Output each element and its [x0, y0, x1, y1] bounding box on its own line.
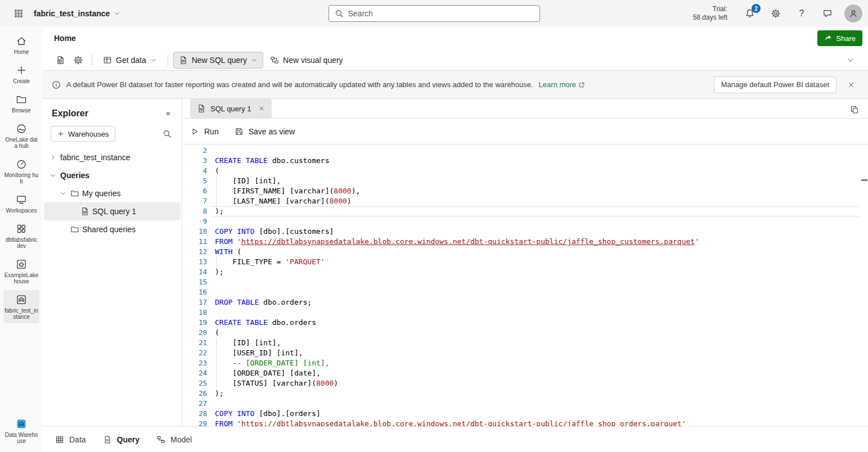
- rail-item-examplelakehouse[interactable]: ExampleLakehouse: [3, 255, 39, 288]
- line-text[interactable]: );: [207, 388, 868, 399]
- search-input[interactable]: [348, 9, 534, 18]
- feedback-button[interactable]: [818, 4, 836, 22]
- code-line: 15: [182, 277, 868, 287]
- chevron-down-icon[interactable]: [48, 172, 57, 179]
- rail-item-monitoring-hub[interactable]: Monitoring hub: [3, 155, 39, 188]
- workspaces-icon: [16, 194, 27, 205]
- collapse-panel-button[interactable]: «: [161, 107, 175, 120]
- line-text[interactable]: DROP TABLE dbo.orders;: [207, 297, 868, 308]
- app-launcher-button[interactable]: [9, 4, 28, 23]
- gear-icon: [771, 8, 781, 19]
- line-text[interactable]: );: [207, 267, 868, 277]
- banner-close-button[interactable]: [842, 76, 860, 94]
- view-label: Data: [69, 435, 86, 444]
- code-editor[interactable]: 23CREATE TABLE dbo.customers4(5 [ID] [in…: [182, 144, 868, 426]
- tab-close-button[interactable]: [256, 103, 267, 114]
- chevron-down-icon[interactable]: [59, 190, 68, 197]
- line-text[interactable]: [ID] [int],: [207, 176, 868, 186]
- rail-item-workspaces[interactable]: Workspaces: [3, 190, 39, 217]
- nav-rail: HomeCreateBrowseOneLake data hubMonitori…: [0, 27, 43, 452]
- warehouse-settings-button[interactable]: [70, 52, 87, 69]
- line-text[interactable]: -- [ORDER_DATE] [int],: [207, 358, 868, 368]
- get-data-button[interactable]: Get data: [97, 52, 163, 69]
- tree-item-label: My queries: [82, 189, 120, 198]
- line-text[interactable]: (: [207, 166, 868, 176]
- rail-item-onelake-data-hub[interactable]: OneLake data hub: [3, 119, 39, 152]
- line-text[interactable]: [STATUS] [varchar](8000): [207, 378, 868, 388]
- line-text[interactable]: [207, 146, 868, 156]
- chevron-down-icon: [114, 10, 120, 17]
- line-text[interactable]: [ORDER_DATE] [date],: [207, 368, 868, 378]
- learn-more-link[interactable]: Learn more: [539, 80, 585, 89]
- waffle-icon: [14, 9, 23, 18]
- line-number: 10: [182, 227, 207, 237]
- line-text[interactable]: CREATE TABLE dbo.orders: [207, 318, 868, 328]
- code-line: 8);: [182, 206, 868, 216]
- line-text[interactable]: COPY INTO [dbo].[orders]: [207, 409, 868, 419]
- view-query[interactable]: Query: [103, 435, 140, 444]
- rail-item-home[interactable]: Home: [3, 31, 39, 58]
- view-data[interactable]: Data: [55, 435, 86, 444]
- chevron-right-icon[interactable]: [48, 154, 57, 161]
- workspace-switcher[interactable]: fabric_test_instance: [28, 6, 126, 21]
- tree-item-fabric-test-instance[interactable]: fabric_test_instance: [44, 148, 181, 166]
- chevron-down-icon: [251, 57, 258, 64]
- line-text[interactable]: FROM 'https://dbtlabsynapsedatalake.blob…: [207, 419, 868, 426]
- collapse-panel-icon: «: [164, 109, 173, 118]
- editor-tab-sql-query-1[interactable]: SQL query 1: [190, 99, 272, 118]
- account-avatar[interactable]: [844, 4, 862, 22]
- line-text[interactable]: WITH (: [207, 247, 868, 257]
- new-visual-query-button[interactable]: New visual query: [264, 52, 349, 69]
- line-text[interactable]: [207, 308, 868, 318]
- line-text[interactable]: [LAST_NAME] [varchar](8000): [207, 196, 868, 206]
- line-text[interactable]: (: [207, 328, 868, 338]
- line-text[interactable]: [207, 216, 868, 227]
- save-as-view-button[interactable]: Save as view: [235, 127, 295, 136]
- code-line: 14);: [182, 267, 868, 277]
- line-text[interactable]: COPY INTO [dbo].[customers]: [207, 227, 868, 237]
- rail-item-create[interactable]: Create: [3, 61, 39, 88]
- code-line: 24 [ORDER_DATE] [date],: [182, 368, 868, 378]
- explorer-search-button[interactable]: [159, 126, 175, 142]
- rail-item-label: dbtlabsfabricdev: [4, 237, 39, 249]
- settings-button[interactable]: [767, 4, 785, 22]
- line-text[interactable]: [207, 399, 868, 409]
- folder-icon: [70, 225, 79, 234]
- line-text[interactable]: );: [207, 206, 868, 216]
- rail-item-data-warehouse[interactable]: Data Warehouse: [3, 414, 39, 448]
- tab-home[interactable]: Home: [52, 29, 78, 47]
- tree-item-queries[interactable]: Queries: [44, 166, 181, 184]
- run-button[interactable]: Run: [190, 127, 219, 136]
- tree-item-shared-queries[interactable]: Shared queries: [44, 220, 181, 238]
- rail-item-fabric-test-instance[interactable]: fabric_test_instance: [3, 290, 39, 323]
- notifications-button[interactable]: 2: [741, 4, 759, 22]
- tree-item-sql-query-1[interactable]: SQL query 1: [44, 202, 181, 220]
- search-box[interactable]: [329, 5, 540, 22]
- rail-item-dbtlabsfabricdev[interactable]: dbtlabsfabricdev: [3, 219, 39, 252]
- rail-item-browse[interactable]: Browse: [3, 90, 39, 117]
- new-sql-query-button[interactable]: New SQL query: [173, 52, 263, 69]
- help-button[interactable]: ?: [793, 4, 811, 22]
- line-text[interactable]: FROM 'https://dbtlabsynapsedatalake.blob…: [207, 237, 868, 247]
- line-text[interactable]: CREATE TABLE dbo.customers: [207, 156, 868, 166]
- line-number: 15: [182, 277, 207, 287]
- tree-item-my-queries[interactable]: My queries: [44, 184, 181, 202]
- add-warehouses-button[interactable]: Warehouses: [51, 126, 115, 142]
- line-text[interactable]: [207, 287, 868, 297]
- view-model[interactable]: Model: [156, 435, 192, 444]
- share-button[interactable]: Share: [817, 30, 862, 46]
- line-text[interactable]: [207, 277, 868, 287]
- line-text[interactable]: [FIRST_NAME] [varchar](8000),: [207, 186, 868, 196]
- code-line: 25 [STATUS] [varchar](8000): [182, 378, 868, 388]
- line-text[interactable]: FILE_TYPE = 'PARQUET': [207, 257, 868, 267]
- ribbon-toolbar: Get data New SQL query New visual query: [43, 49, 868, 71]
- gear-icon: [73, 55, 83, 65]
- workspace-name: fabric_test_instance: [34, 9, 110, 18]
- manage-dataset-button[interactable]: Manage default Power BI dataset: [714, 76, 836, 93]
- line-text[interactable]: [ID] [int],: [207, 338, 868, 348]
- question-icon: ?: [797, 8, 807, 19]
- refresh-button[interactable]: [52, 52, 69, 69]
- line-text[interactable]: [USER_ID] [int],: [207, 348, 868, 358]
- copy-button[interactable]: [848, 103, 861, 116]
- ribbon-collapse-button[interactable]: [842, 52, 859, 69]
